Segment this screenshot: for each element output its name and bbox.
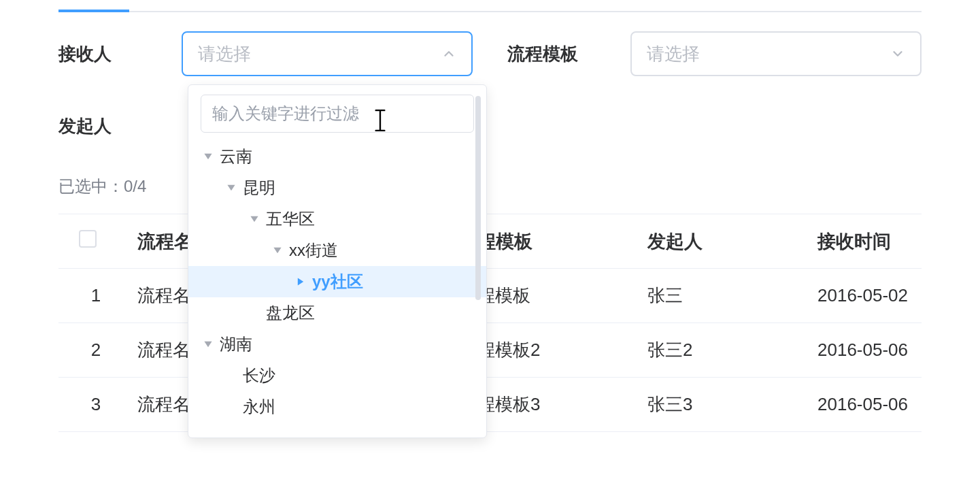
receiver-select-placeholder: 请选择 bbox=[198, 42, 251, 66]
template-select[interactable]: 请选择 bbox=[630, 31, 922, 76]
tree-node-label: 永州 bbox=[243, 396, 275, 418]
row-index: 2 bbox=[58, 340, 133, 361]
row-template: 程模板3 bbox=[473, 393, 643, 416]
tree-filter-input[interactable] bbox=[201, 95, 474, 133]
row-template: 程模板 bbox=[473, 284, 643, 308]
tree-node-label: 盘龙区 bbox=[266, 302, 315, 324]
tree-node-panlong[interactable]: 盘龙区 bbox=[188, 297, 486, 329]
chevron-up-icon bbox=[441, 46, 456, 61]
row-received-at: 2016-05-06 bbox=[813, 340, 963, 361]
row-template: 程模板2 bbox=[473, 338, 643, 362]
active-tab-indicator bbox=[58, 10, 129, 12]
popover-scrollbar[interactable] bbox=[475, 96, 482, 300]
header-received-at: 接收时间 bbox=[813, 229, 963, 254]
tree-node-label: 长沙 bbox=[243, 365, 275, 386]
chevron-down-icon bbox=[890, 46, 905, 61]
tree-node-hunan[interactable]: 湖南 bbox=[188, 329, 486, 360]
row-initiator: 张三 bbox=[643, 284, 813, 308]
selected-count-value: 0/4 bbox=[124, 177, 146, 195]
row-received-at: 2016-05-06 bbox=[813, 394, 963, 415]
tree-node-kunming[interactable]: 昆明 bbox=[188, 172, 486, 203]
header-checkbox-cell bbox=[58, 230, 133, 252]
filters: 接收人 请选择 流程模板 请选择 bbox=[58, 31, 922, 148]
row-received-at: 2016-05-02 bbox=[813, 285, 963, 306]
header-template: 程模板 bbox=[473, 229, 643, 254]
region-tree: 云南 昆明 五华区 xx街道 bbox=[188, 139, 486, 425]
tree-node-yy-community[interactable]: yy社区 bbox=[188, 266, 486, 297]
row-initiator: 张三3 bbox=[643, 393, 813, 416]
select-all-checkbox[interactable] bbox=[79, 230, 97, 248]
tab-bar bbox=[58, 0, 922, 12]
tree-node-yunnan[interactable]: 云南 bbox=[188, 141, 486, 172]
tree-node-label: yy社区 bbox=[312, 271, 363, 293]
tree-node-wuhua[interactable]: 五华区 bbox=[188, 203, 486, 235]
row-index: 3 bbox=[58, 394, 133, 415]
caret-down-icon bbox=[201, 337, 216, 352]
receiver-select[interactable]: 请选择 bbox=[182, 31, 473, 76]
caret-down-icon bbox=[247, 212, 262, 227]
tree-node-yongzhou[interactable]: 永州 bbox=[188, 391, 486, 423]
tree-node-changsha[interactable]: 长沙 bbox=[188, 360, 486, 391]
popover-scrollbar-thumb[interactable] bbox=[475, 96, 481, 300]
caret-down-icon bbox=[270, 243, 285, 258]
filter-row-receiver: 接收人 请选择 流程模板 请选择 bbox=[58, 31, 922, 76]
header-initiator: 发起人 bbox=[643, 229, 813, 254]
caret-right-icon bbox=[293, 274, 308, 289]
caret-down-icon bbox=[201, 149, 216, 164]
tree-node-label: 昆明 bbox=[243, 177, 275, 199]
tree-node-label: xx街道 bbox=[289, 239, 338, 261]
initiator-label: 发起人 bbox=[58, 114, 188, 138]
caret-down-icon bbox=[224, 180, 239, 195]
tree-node-label: 湖南 bbox=[220, 333, 252, 355]
receiver-label: 接收人 bbox=[58, 42, 182, 66]
template-label: 流程模板 bbox=[507, 42, 630, 66]
tree-node-xx-street[interactable]: xx街道 bbox=[188, 235, 486, 266]
receiver-dropdown-popover: 云南 昆明 五华区 xx街道 bbox=[188, 84, 487, 438]
tree-node-label: 云南 bbox=[220, 146, 252, 167]
tree-node-label: 五华区 bbox=[266, 208, 315, 230]
row-initiator: 张三2 bbox=[643, 338, 813, 362]
template-select-placeholder: 请选择 bbox=[647, 42, 700, 66]
selected-count-prefix: 已选中： bbox=[58, 177, 124, 195]
row-index: 1 bbox=[58, 285, 133, 306]
